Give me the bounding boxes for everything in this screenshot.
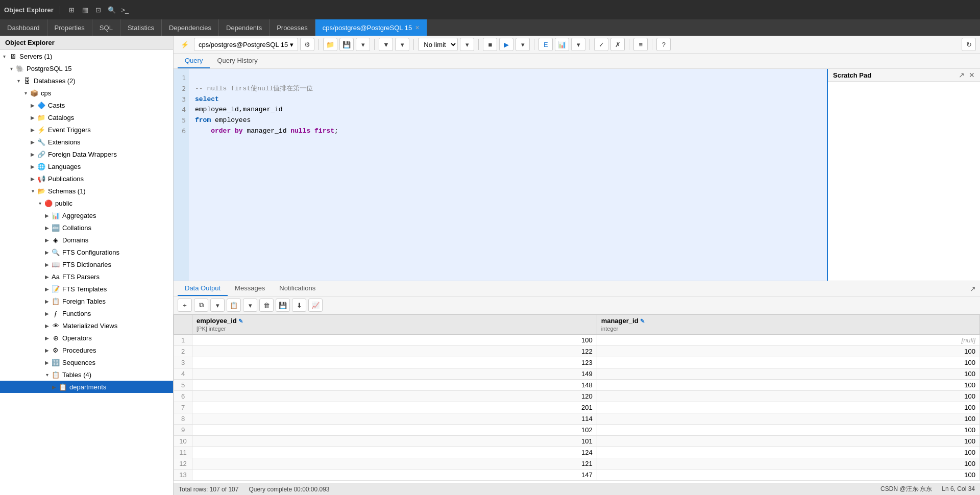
run-btn[interactable]: ▶ — [499, 38, 513, 51]
scratch-pad-expand-icon[interactable]: ↗ — [959, 71, 965, 79]
sidebar-item-schemas[interactable]: ▾📂Schemas (1) — [0, 185, 173, 197]
tab-messages[interactable]: Messages — [228, 281, 272, 296]
cell-employee-id[interactable]: 147 — [192, 469, 597, 481]
refresh-btn[interactable]: ↻ — [962, 38, 976, 51]
copy-opts-btn[interactable]: ▾ — [210, 299, 225, 312]
sidebar-item-servers[interactable]: ▾🖥Servers (1) — [0, 50, 173, 62]
sidebar-item-cps[interactable]: ▾📦cps — [0, 87, 173, 99]
tab-properties[interactable]: Properties — [47, 19, 92, 36]
schema-icon[interactable]: ⊡ — [93, 4, 104, 15]
cell-manager-id[interactable]: 100 — [597, 425, 979, 436]
tree-arrow-schemas[interactable]: ▾ — [29, 187, 37, 195]
connect-btn[interactable]: ⚙ — [300, 38, 314, 51]
tree-arrow-departments[interactable]: ▶ — [50, 383, 58, 391]
sidebar-item-foreign-tables[interactable]: ▶📋Foreign Tables — [0, 295, 173, 307]
cell-employee-id[interactable]: 121 — [192, 458, 597, 469]
tab-dependents[interactable]: Dependents — [219, 19, 270, 36]
tree-arrow-domains[interactable]: ▶ — [43, 236, 51, 244]
scratch-pad-close-icon[interactable]: ✕ — [969, 71, 975, 79]
tree-arrow-tables[interactable]: ▾ — [43, 370, 51, 379]
tree-arrow-fts-configs[interactable]: ▶ — [43, 248, 51, 256]
cell-manager-id[interactable]: 100 — [597, 413, 979, 425]
cell-employee-id[interactable]: 149 — [192, 368, 597, 380]
run-opts-btn[interactable]: ▾ — [516, 38, 530, 51]
delete-row-btn[interactable]: 🗑 — [259, 299, 274, 312]
col-header-0[interactable]: employee_id ✎ [PK] integer — [192, 315, 597, 335]
tree-arrow-fts-dicts[interactable]: ▶ — [43, 260, 51, 268]
add-row-btn[interactable]: + — [178, 299, 192, 312]
tab-query[interactable]: Query — [178, 54, 210, 68]
data-expand-icon[interactable]: ↗ — [970, 285, 976, 293]
tree-arrow-procedures[interactable]: ▶ — [43, 346, 51, 354]
tree-arrow-event-triggers[interactable]: ▶ — [29, 126, 37, 134]
tree-arrow-fts-templates[interactable]: ▶ — [43, 285, 51, 293]
tab-query-editor[interactable]: cps/postgres@PostgreSQL 15 ✕ — [315, 19, 427, 36]
help-btn[interactable]: ? — [656, 38, 671, 51]
query-icon[interactable]: ⚡ — [178, 38, 192, 51]
tab-close-icon[interactable]: ✕ — [415, 24, 420, 31]
tab-processes[interactable]: Processes — [270, 19, 315, 36]
terminal-icon[interactable]: >_ — [119, 4, 131, 15]
sidebar-item-public[interactable]: ▾🔴public — [0, 197, 173, 209]
scratch-pad-content[interactable] — [828, 82, 980, 281]
sidebar-item-fts-templates[interactable]: ▶📝FTS Templates — [0, 283, 173, 295]
code-content[interactable]: -- nulls first使null值排在第一位selectemployee_… — [189, 69, 827, 281]
tree-arrow-fts-parsers[interactable]: ▶ — [43, 273, 51, 281]
cell-manager-id[interactable]: [null] — [597, 335, 979, 346]
cell-employee-id[interactable]: 120 — [192, 391, 597, 402]
tab-data-output[interactable]: Data Output — [178, 281, 228, 296]
tree-arrow-operators[interactable]: ▶ — [43, 334, 51, 342]
sidebar-item-domains[interactable]: ▶◈Domains — [0, 234, 173, 246]
paste-btn[interactable]: 📋 — [227, 299, 241, 312]
cell-manager-id[interactable]: 100 — [597, 346, 979, 357]
cell-employee-id[interactable]: 201 — [192, 402, 597, 413]
cell-employee-id[interactable]: 100 — [192, 335, 597, 346]
explain-opts-btn[interactable]: ▾ — [571, 38, 585, 51]
explain-btn[interactable]: E — [538, 38, 553, 51]
sidebar-item-pg15[interactable]: ▾🐘PostgreSQL 15 — [0, 62, 173, 75]
tree-arrow-public[interactable]: ▾ — [36, 199, 44, 207]
tab-sql[interactable]: SQL — [92, 19, 120, 36]
filter-btn[interactable]: ▼ — [379, 38, 393, 51]
rollback-btn[interactable]: ✗ — [610, 38, 625, 51]
sidebar-item-languages[interactable]: ▶🌐Languages — [0, 160, 173, 172]
grid-icon[interactable]: ⊞ — [66, 4, 78, 15]
tree-arrow-aggregates[interactable]: ▶ — [43, 211, 51, 219]
cell-employee-id[interactable]: 102 — [192, 425, 597, 436]
tree-arrow-foreign-tables[interactable]: ▶ — [43, 297, 51, 305]
tree-arrow-casts[interactable]: ▶ — [29, 101, 37, 109]
sidebar-item-functions[interactable]: ▶ƒFunctions — [0, 307, 173, 319]
save-dropdown-btn[interactable]: ▾ — [356, 38, 370, 51]
sidebar-item-sequences[interactable]: ▶🔢Sequences — [0, 356, 173, 368]
tree-arrow-pg15[interactable]: ▾ — [7, 64, 15, 72]
search-icon[interactable]: 🔍 — [106, 4, 117, 15]
sidebar-item-extensions[interactable]: ▶🔧Extensions — [0, 136, 173, 148]
sidebar-item-fts-configs[interactable]: ▶🔍FTS Configurations — [0, 246, 173, 258]
code-editor[interactable]: 123456 -- nulls first使null值排在第一位selectem… — [174, 69, 827, 281]
sidebar-item-tables[interactable]: ▾📋Tables (4) — [0, 368, 173, 381]
cell-manager-id[interactable]: 100 — [597, 402, 979, 413]
cell-manager-id[interactable]: 100 — [597, 357, 979, 368]
sidebar-item-casts[interactable]: ▶🔷Casts — [0, 99, 173, 111]
limit-select[interactable]: No limit — [418, 38, 458, 51]
macros-btn[interactable]: ≡ — [633, 38, 648, 51]
cell-manager-id[interactable]: 100 — [597, 391, 979, 402]
sidebar-item-departments[interactable]: ▶📋departments — [0, 381, 173, 393]
sidebar-item-publications[interactable]: ▶📢Publications — [0, 172, 173, 185]
tab-notifications[interactable]: Notifications — [272, 281, 323, 296]
sidebar-item-aggregates[interactable]: ▶📊Aggregates — [0, 209, 173, 221]
tree-arrow-languages[interactable]: ▶ — [29, 162, 37, 170]
tree-arrow-catalogs[interactable]: ▶ — [29, 113, 37, 121]
tree-arrow-mat-views[interactable]: ▶ — [43, 321, 51, 330]
tree-arrow-functions[interactable]: ▶ — [43, 309, 51, 317]
cell-manager-id[interactable]: 100 — [597, 469, 979, 481]
cell-manager-id[interactable]: 100 — [597, 380, 979, 391]
sidebar-item-fdw[interactable]: ▶🔗Foreign Data Wrappers — [0, 148, 173, 160]
stop-btn[interactable]: ■ — [483, 38, 497, 51]
sidebar-item-fts-parsers[interactable]: ▶AaFTS Parsers — [0, 270, 173, 283]
explain-analyze-btn[interactable]: 📊 — [555, 38, 569, 51]
save-btn[interactable]: 💾 — [339, 38, 354, 51]
save-data-btn[interactable]: 💾 — [276, 299, 290, 312]
cell-employee-id[interactable]: 122 — [192, 346, 597, 357]
cell-employee-id[interactable]: 114 — [192, 413, 597, 425]
